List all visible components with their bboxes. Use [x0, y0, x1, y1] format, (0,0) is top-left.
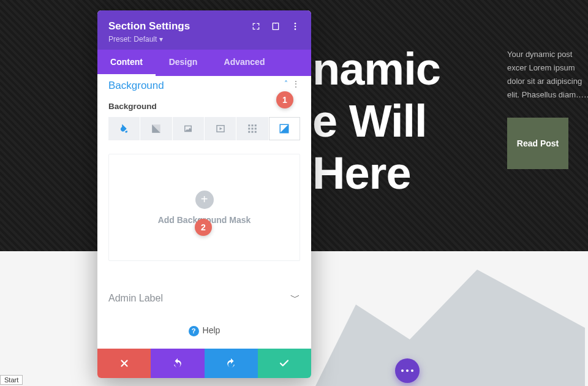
bg-tab-mask[interactable]: [269, 117, 300, 140]
help-icon: ?: [189, 326, 199, 336]
section-settings-panel: Section Settings Preset: Default ▾ Conte…: [97, 10, 311, 378]
admin-label-title: Admin Label: [108, 293, 163, 304]
panel-tabs: Content Design Advanced: [97, 50, 311, 76]
bg-tab-gradient[interactable]: [140, 117, 172, 140]
undo-button[interactable]: [151, 349, 204, 378]
annotation-2: 2: [195, 219, 212, 236]
hero-title-line: e Will: [312, 95, 440, 147]
help-button[interactable]: ?Help: [108, 325, 300, 336]
cancel-button[interactable]: [97, 349, 151, 378]
more-icon[interactable]: [290, 21, 300, 31]
background-type-tabs: [108, 117, 300, 140]
add-module-fab[interactable]: [395, 358, 420, 383]
background-section-title[interactable]: Background: [108, 80, 164, 92]
placeholder-mountains: [315, 270, 585, 386]
admin-label-section[interactable]: Admin Label ﹀: [108, 292, 300, 305]
background-field-label: Background: [108, 102, 300, 111]
hero-title-line: Here: [312, 147, 440, 199]
add-background-mask-dropzone[interactable]: + Add Background Mask: [108, 154, 300, 261]
svg-point-1: [295, 26, 296, 28]
tab-design[interactable]: Design: [156, 50, 211, 76]
hero-excerpt: Your dynamic post excer Lorem ipsum dolo…: [507, 48, 588, 102]
hero-title-line: namic: [312, 43, 440, 95]
save-button[interactable]: [258, 349, 311, 378]
svg-point-2: [295, 28, 296, 30]
start-tag: Start: [0, 375, 23, 385]
section-more-icon[interactable]: ⋮: [292, 79, 300, 89]
chevron-down-icon: ﹀: [290, 292, 300, 305]
tab-content[interactable]: Content: [97, 50, 156, 76]
responsive-icon[interactable]: [271, 21, 281, 31]
panel-header: Section Settings Preset: Default ▾: [97, 10, 311, 50]
bg-tab-color[interactable]: [108, 117, 140, 140]
plus-icon: +: [195, 191, 214, 209]
read-post-button[interactable]: Read Post: [507, 118, 568, 169]
expand-icon[interactable]: [251, 21, 261, 31]
bg-tab-pattern[interactable]: [236, 117, 268, 140]
bg-tab-image[interactable]: [173, 117, 204, 140]
svg-point-0: [295, 23, 296, 25]
bg-tab-video[interactable]: [205, 117, 236, 140]
tab-advanced[interactable]: Advanced: [211, 50, 278, 76]
preset-selector[interactable]: Preset: Default ▾: [108, 35, 300, 44]
hero-title: namic e Will Here: [312, 43, 440, 199]
panel-footer: [97, 349, 311, 378]
help-label: Help: [203, 325, 221, 335]
panel-body: Background ˄ ⋮ Background + Add Backgrou…: [97, 76, 311, 349]
panel-title: Section Settings: [108, 20, 190, 32]
redo-button[interactable]: [205, 349, 258, 378]
annotation-1: 1: [276, 91, 293, 108]
collapse-icon[interactable]: ˄: [284, 80, 288, 88]
